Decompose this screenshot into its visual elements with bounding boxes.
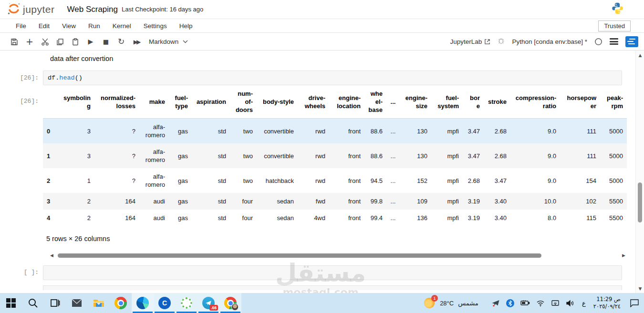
restart-kernel-icon[interactable]: ↻ (114, 37, 129, 46)
table-cell: 2 (56, 210, 94, 226)
trusted-button[interactable]: Trusted (598, 20, 631, 31)
partial-code-cell[interactable] (43, 285, 622, 290)
telegram-tray-icon[interactable] (491, 299, 500, 307)
empty-code-cell[interactable] (43, 265, 622, 280)
hamburger-menu-icon[interactable] (610, 37, 618, 46)
table-cell: audi (139, 210, 169, 226)
column-header: fuel-type (169, 85, 192, 119)
edge-app-button[interactable] (132, 293, 154, 313)
table-cell: sedan (257, 210, 298, 226)
table-cell: mpfi (431, 193, 463, 210)
volume-icon[interactable] (566, 300, 574, 307)
weather-widget[interactable]: 1 28°C مشمس (423, 297, 478, 309)
table-cell: 109 (400, 193, 431, 210)
dataframe: symbolingnormalized-lossesmakefuel-typea… (43, 85, 627, 226)
chrome-profile-app-button[interactable] (219, 293, 241, 313)
scroll-down-icon[interactable]: ▼ (636, 286, 644, 291)
wifi-icon[interactable] (536, 300, 545, 307)
table-cell: 9.0 (510, 119, 560, 144)
menu-kernel[interactable]: Kernel (106, 22, 137, 30)
table-row: 13?alfa-romerogasstdtwoconvertiblerwdfro… (43, 143, 627, 168)
language-indicator[interactable]: ع (581, 300, 587, 307)
row-index: 3 (43, 193, 56, 210)
table-cell: rwd (298, 168, 329, 193)
horizontal-scroll-thumb[interactable] (58, 253, 541, 258)
kernel-name-label[interactable]: Python [conda env:base] * (512, 38, 587, 45)
table-cell: gas (169, 119, 192, 144)
markdown-cell[interactable]: data after convertion (50, 55, 635, 62)
taskbar-clock[interactable]: ص 11:29 ٢٠٢٥/٠٩/٢٤ (593, 296, 621, 310)
task-view-icon (50, 298, 60, 308)
green-ring-app-button[interactable] (176, 293, 197, 313)
add-cell-icon[interactable]: + (22, 36, 37, 47)
table-cell: 3.40 (484, 210, 510, 226)
table-cell: 3.40 (484, 193, 510, 210)
edge-icon (136, 297, 149, 309)
table-cell: 136 (400, 210, 431, 226)
scroll-right-icon[interactable]: ▶ (622, 253, 625, 258)
windows-taskbar: C .66 1 28°C مشمس (0, 293, 644, 313)
debugger-icon[interactable] (498, 37, 505, 46)
table-cell: ... (386, 143, 400, 168)
column-header: aspiration (192, 85, 230, 119)
table-cell: front (329, 168, 364, 193)
table-cell: 5000 (600, 143, 627, 168)
menu-view[interactable]: View (56, 22, 82, 30)
stop-kernel-icon[interactable]: ■ (98, 38, 114, 45)
menu-settings[interactable]: Settings (137, 22, 173, 30)
save-icon[interactable] (7, 37, 22, 45)
table-cell: 3.19 (463, 193, 484, 210)
code-cell-input[interactable]: df.head() (43, 71, 622, 85)
restart-and-run-all-icon[interactable]: ▶▶ (129, 38, 144, 45)
table-cell: front (329, 143, 364, 168)
cast-display-icon[interactable] (551, 300, 560, 307)
file-explorer-button[interactable] (88, 293, 110, 313)
menu-edit[interactable]: Edit (32, 22, 56, 30)
clock-date: ٢٠٢٥/٠٩/٢٤ (593, 303, 621, 310)
chrome-app-button[interactable] (110, 293, 132, 313)
table-cell: 3.47 (463, 143, 484, 168)
dataframe-summary: 5 rows × 26 columns (46, 235, 635, 242)
column-header: body-style (257, 85, 298, 119)
table-cell: audi (139, 193, 169, 210)
table-cell: ... (386, 168, 400, 193)
column-header: horsepower (560, 85, 600, 119)
copy-cells-icon[interactable] (52, 37, 68, 45)
scroll-up-icon[interactable]: ▲ (636, 53, 644, 58)
column-header: compression-ratio (510, 85, 560, 119)
run-cell-icon[interactable]: ▶ (83, 38, 98, 45)
taskbar-search-button[interactable] (22, 293, 44, 313)
table-cell: 8.0 (510, 210, 560, 226)
vertical-scroll-thumb[interactable] (638, 182, 642, 222)
table-cell: front (329, 210, 364, 226)
paste-cells-icon[interactable] (68, 37, 83, 45)
mail-app-button[interactable] (66, 293, 88, 313)
start-button[interactable] (0, 293, 22, 313)
jupyterlab-link[interactable]: JupyterLab (450, 38, 491, 45)
telegram-app-button[interactable]: .66 (197, 293, 219, 313)
page-vertical-scrollbar[interactable]: ▲ ▼ (635, 51, 644, 293)
column-header: wheel-base (364, 85, 386, 119)
c-app-button[interactable]: C (154, 293, 176, 313)
menu-file[interactable]: File (10, 22, 32, 30)
output-horizontal-scrollbar[interactable]: ◀ ▶ (46, 253, 625, 259)
battery-icon[interactable] (520, 300, 530, 306)
menu-bar: File Edit View Run Kernel Settings Help … (0, 19, 644, 33)
task-view-button[interactable] (44, 293, 66, 313)
df-body: 03?alfa-romerogasstdtwoconvertiblerwdfro… (43, 119, 627, 227)
menu-run[interactable]: Run (82, 22, 106, 30)
cut-cells-icon[interactable] (37, 37, 52, 46)
bluetooth-icon[interactable] (506, 299, 514, 307)
scroll-left-icon[interactable]: ◀ (50, 253, 53, 258)
code-token-dot: . (55, 74, 59, 81)
menu-help[interactable]: Help (173, 22, 199, 30)
external-link-icon (484, 39, 490, 45)
notebook-title[interactable]: Web Scraping (67, 5, 118, 14)
action-center-icon[interactable] (630, 299, 639, 307)
notification-panel-icon[interactable] (625, 36, 638, 47)
windows-logo-icon (6, 298, 16, 308)
cell-type-selector[interactable]: Markdown (149, 38, 188, 45)
column-header: ... (386, 85, 400, 119)
table-cell: front (329, 193, 364, 210)
table-cell: hatchback (257, 168, 298, 193)
